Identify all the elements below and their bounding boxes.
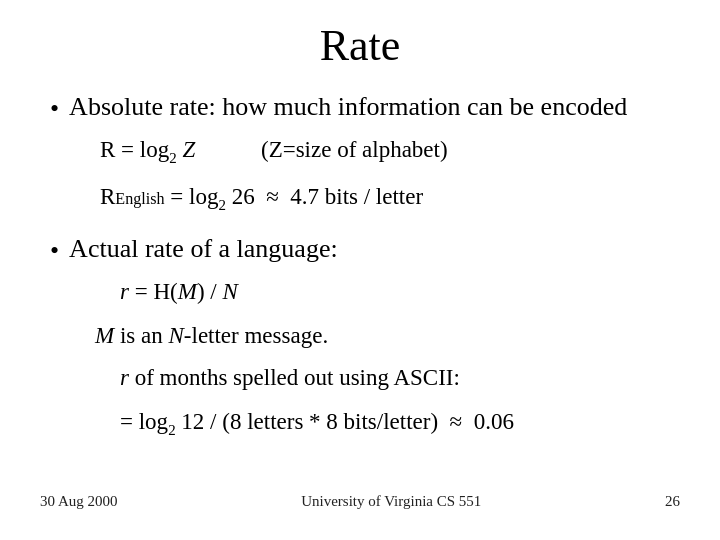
slide-content: • Absolute rate: how much information ca…	[40, 89, 680, 487]
r-italic-2: r	[120, 365, 129, 390]
bullet-1-text: Absolute rate: how much information can …	[69, 89, 680, 124]
r-months-text: of months spelled out using ASCII:	[129, 365, 460, 390]
m-description: M is an N-letter message.	[95, 319, 680, 354]
r-formula: = H(M) / N	[129, 279, 238, 304]
r-english-base: REnglish	[100, 184, 165, 209]
footer-page: 26	[665, 493, 680, 510]
formula-r-log2z: R = log2 Z (Z=size of alphabet)	[100, 132, 680, 171]
bullet-dot-1: •	[50, 91, 59, 126]
bullet-2: • Actual rate of a language:	[50, 231, 680, 268]
bullet-2-text: Actual rate of a language:	[69, 231, 680, 266]
m-desc-text: is an N-letter message.	[114, 323, 328, 348]
n-italic-2: N	[168, 323, 183, 348]
slide: Rate • Absolute rate: how much informati…	[0, 0, 720, 540]
log-sub-2a: 2	[169, 150, 176, 166]
r-italic: r	[120, 279, 129, 304]
equals-formula: = log2 12 / (8 letters * 8 bits/letter) …	[120, 409, 514, 434]
m-italic-1: M	[178, 279, 197, 304]
r-eq-text: R = log2 Z	[100, 137, 195, 162]
footer-date: 30 Aug 2000	[40, 493, 118, 510]
m-italic-2: M	[95, 323, 114, 348]
english-sub: English	[115, 190, 164, 207]
r-english-eq: = log2 26 ≈ 4.7 bits / letter	[170, 184, 423, 209]
n-italic-1: N	[222, 279, 237, 304]
log-sub-2c: 2	[168, 422, 175, 438]
formula-r-english: REnglish = log2 26 ≈ 4.7 bits / letter	[100, 179, 680, 218]
log-sub-2b: 2	[218, 196, 225, 212]
formula-months: = log2 12 / (8 letters * 8 bits/letter) …	[120, 404, 680, 443]
bullet-1: • Absolute rate: how much information ca…	[50, 89, 680, 126]
slide-footer: 30 Aug 2000 University of Virginia CS 55…	[40, 487, 680, 510]
footer-university: University of Virginia CS 551	[118, 493, 665, 510]
r-months-line: r of months spelled out using ASCII:	[120, 360, 680, 397]
z-comment: (Z=size of alphabet)	[261, 137, 448, 162]
slide-title: Rate	[40, 20, 680, 71]
formula-actual-rate: r = H(M) / N	[120, 274, 680, 311]
z-var: Z	[182, 137, 195, 162]
bullet-dot-2: •	[50, 233, 59, 268]
